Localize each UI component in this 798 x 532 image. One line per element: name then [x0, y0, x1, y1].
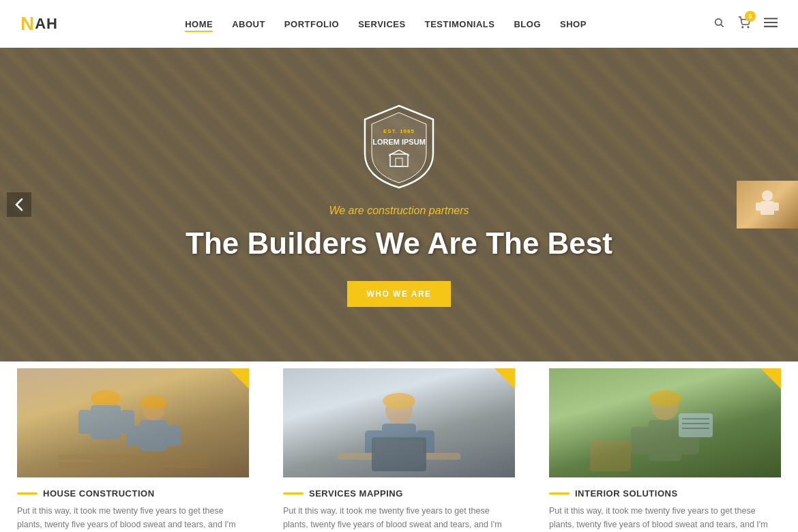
svg-line-1	[721, 25, 724, 27]
card-body-2: INTERIOR SOLUTIONS Put it this way, it t…	[549, 477, 781, 532]
svg-rect-17	[91, 405, 121, 439]
svg-point-2	[742, 27, 743, 28]
service-card-1: SERVICES MAPPING Put it this way, it too…	[283, 368, 515, 532]
nav-item-about[interactable]: ABOUT	[232, 18, 265, 30]
nav-item-home[interactable]: HOME	[185, 18, 213, 30]
svg-rect-34	[375, 441, 423, 467]
svg-point-11	[762, 190, 773, 201]
main-nav: HOMEABOUTPORTFOLIOSERVICESTESTIMONIALSBL…	[185, 18, 587, 30]
svg-text:EST. 1985: EST. 1985	[383, 128, 415, 134]
nav-item-services[interactable]: SERVICES	[358, 18, 406, 30]
nav-item-portfolio[interactable]: PORTFOLIO	[284, 18, 339, 30]
slider-prev-arrow[interactable]	[7, 192, 31, 217]
svg-point-21	[140, 396, 167, 409]
svg-rect-26	[58, 462, 208, 468]
hero-section: EST. 1985 LOREM IPSUM We are constructio…	[0, 48, 798, 361]
card-title-2: INTERIOR SOLUTIONS	[549, 488, 781, 499]
card-text-0: Put it this way, it took me twenty five …	[17, 504, 249, 532]
svg-rect-14	[773, 203, 779, 211]
card-body-0: HOUSE CONSTRUCTION Put it this way, it t…	[17, 477, 249, 532]
logo-n: N	[20, 13, 35, 35]
svg-rect-25	[58, 454, 208, 460]
nav-item-testimonials[interactable]: TESTIMONIALS	[425, 18, 495, 30]
hero-badge: EST. 1985 LOREM IPSUM	[358, 102, 440, 191]
service-card-2: INTERIOR SOLUTIONS Put it this way, it t…	[549, 368, 781, 532]
hero-thumb-image	[737, 181, 798, 228]
svg-rect-18	[78, 410, 92, 434]
cart-badge: 5	[745, 11, 756, 22]
svg-rect-13	[756, 203, 761, 211]
svg-rect-40	[679, 413, 713, 437]
card-corner-0	[228, 368, 249, 389]
header-icons: 5	[713, 16, 778, 31]
svg-rect-12	[760, 201, 774, 215]
card-corner-1	[494, 368, 515, 389]
cart-icon[interactable]: 5	[738, 16, 750, 31]
card-image-2	[549, 368, 781, 477]
who-we-are-button[interactable]: WHO WE ARE	[347, 281, 450, 307]
svg-rect-44	[590, 441, 631, 471]
card-body-1: SERVICES MAPPING Put it this way, it too…	[283, 477, 515, 532]
card-title-0: HOUSE CONSTRUCTION	[17, 488, 249, 499]
hero-content: EST. 1985 LOREM IPSUM We are constructio…	[186, 102, 612, 307]
card-text-1: Put it this way, it took me twenty five …	[283, 504, 515, 532]
menu-icon[interactable]	[764, 17, 778, 31]
svg-rect-22	[140, 420, 167, 451]
nav-item-shop[interactable]: SHOP	[560, 18, 587, 30]
svg-point-28	[383, 393, 415, 409]
svg-rect-38	[631, 427, 650, 454]
hero-title: The Builders We Are The Best	[186, 226, 612, 261]
svg-point-16	[91, 390, 121, 407]
svg-rect-23	[126, 426, 141, 446]
card-image-1	[283, 368, 515, 477]
svg-point-0	[715, 19, 722, 25]
cards-section: HOUSE CONSTRUCTION Put it this way, it t…	[0, 355, 798, 532]
card-corner-2	[760, 368, 781, 389]
card-text-2: Put it this way, it took me twenty five …	[549, 504, 781, 532]
svg-text:LOREM IPSUM: LOREM IPSUM	[372, 138, 426, 146]
svg-point-36	[649, 390, 681, 407]
hero-subtitle: We are construction partners	[186, 205, 612, 217]
hero-thumbnail[interactable]	[737, 181, 798, 228]
service-card-0: HOUSE CONSTRUCTION Put it this way, it t…	[17, 368, 249, 532]
svg-rect-24	[166, 426, 181, 446]
card-image-0	[17, 368, 249, 477]
search-icon[interactable]	[713, 17, 724, 31]
header: N AH HOMEABOUTPORTFOLIOSERVICESTESTIMONI…	[0, 0, 798, 48]
svg-point-3	[748, 27, 749, 28]
logo[interactable]: N AH	[20, 13, 58, 35]
logo-text: AH	[35, 15, 58, 33]
card-title-1: SERVICES MAPPING	[283, 488, 515, 499]
nav-item-blog[interactable]: BLOG	[514, 18, 541, 30]
svg-rect-37	[649, 420, 681, 461]
